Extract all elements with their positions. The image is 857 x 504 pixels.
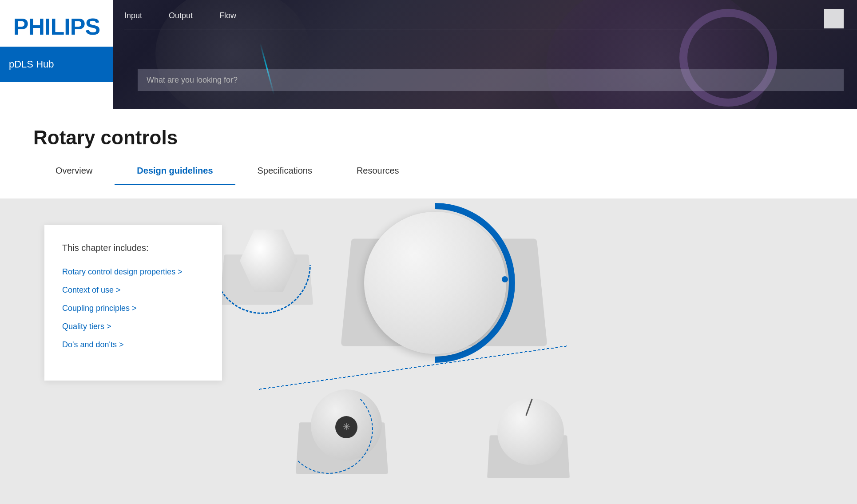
chapter-box: This chapter includes: Rotary control de…	[44, 225, 222, 381]
header-ring-decor	[679, 9, 777, 107]
chapter-link-coupling[interactable]: Coupling principles >	[62, 304, 204, 313]
knob2-body	[364, 212, 506, 354]
header-square-button[interactable]	[824, 9, 844, 28]
nav-item-input[interactable]: Input	[124, 11, 142, 20]
chapter-link-design-props[interactable]: Rotary control design properties >	[62, 267, 204, 277]
tab-design-guidelines[interactable]: Design guidelines	[115, 158, 235, 185]
chapter-link-context[interactable]: Context of use >	[62, 286, 204, 295]
chapter-intro: This chapter includes:	[62, 243, 204, 253]
philips-brand[interactable]: PHILIPS	[13, 13, 100, 40]
knob3-sun-icon: ✳	[335, 416, 357, 438]
logo-area: PHILIPS pDLS Hub	[0, 0, 113, 109]
header-nav: Input Output Flow	[124, 11, 813, 20]
page-title-section: Rotary controls	[0, 109, 857, 158]
header: PHILIPS pDLS Hub Input Output Flow	[0, 0, 857, 109]
page-title: Rotary controls	[33, 127, 824, 149]
pdls-hub-label: pDLS Hub	[9, 59, 54, 70]
search-input[interactable]	[138, 69, 844, 91]
header-search[interactable]	[138, 69, 844, 91]
tab-overview[interactable]: Overview	[33, 158, 115, 185]
main-content: This chapter includes: Rotary control de…	[0, 198, 857, 504]
knob3-arc	[284, 385, 373, 474]
header-nav-divider	[124, 29, 857, 29]
tab-specifications[interactable]: Specifications	[235, 158, 334, 185]
knob2-indicator	[502, 276, 508, 282]
knob4-body	[497, 398, 564, 465]
chapter-link-quality[interactable]: Quality tiers >	[62, 322, 204, 331]
logo-bottom: pDLS Hub	[0, 47, 113, 82]
nav-item-output[interactable]: Output	[169, 11, 193, 20]
tabs-bar: Overview Design guidelines Specification…	[0, 158, 857, 185]
nav-item-flow[interactable]: Flow	[219, 11, 236, 20]
logo-top: PHILIPS	[0, 0, 113, 47]
chapter-link-dos[interactable]: Do's and don'ts >	[62, 340, 204, 349]
tab-resources[interactable]: Resources	[334, 158, 421, 185]
